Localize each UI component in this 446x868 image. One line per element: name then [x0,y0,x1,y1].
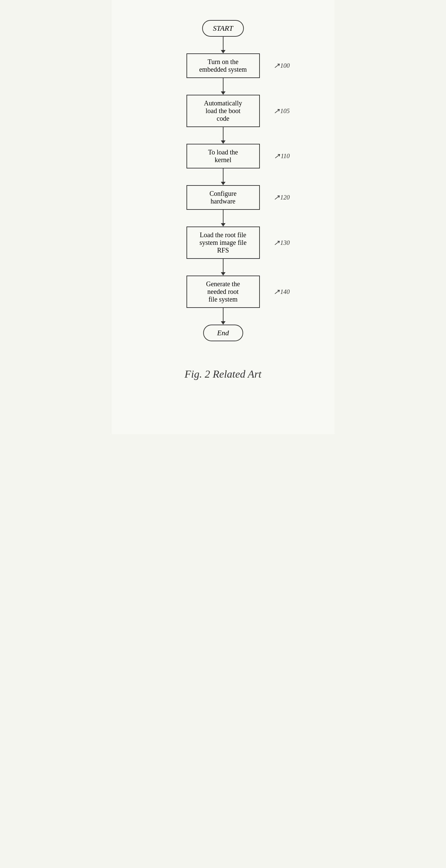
node-110: To load thekernel [187,144,260,168]
node-105: Automaticallyload the bootcode [187,95,260,127]
arrow-4 [221,168,225,185]
node-140-number: 140 [280,288,290,296]
arrow-line-1 [223,37,223,50]
node-105-wrapper: Automaticallyload the bootcode ↗ 105 [187,95,260,127]
arrow-line-5 [223,210,223,223]
arrow-6 [221,259,225,276]
page: START Turn on theembedded system ↗ 100 [112,0,334,434]
node-120-label: ↗ 120 [274,193,290,202]
node-140-wrapper: Generate theneeded rootfile system ↗ 140 [187,276,260,308]
start-node-wrapper: START [202,20,244,37]
arrow-7 [221,308,225,324]
end-node-wrapper: End [203,324,243,341]
arrow-head-7 [221,321,225,324]
node-105-tick: ↗ [274,107,280,116]
node-130: Load the root filesystem image fileRFS [187,226,260,259]
node-140-tick: ↗ [274,287,280,296]
node-130-label: ↗ 130 [274,239,290,247]
arrow-line-2 [223,78,223,91]
arrow-head-5 [221,223,225,226]
node-100-number: 100 [280,62,290,69]
arrow-head-2 [221,91,225,95]
arrow-3 [221,127,225,144]
node-120: Configurehardware [187,185,260,210]
node-100-label: ↗ 100 [274,61,290,70]
node-120-tick: ↗ [274,193,280,202]
arrow-5 [221,210,225,226]
node-105-label: ↗ 105 [274,107,290,116]
node-140: Generate theneeded rootfile system [187,276,260,308]
node-120-text: Configurehardware [210,190,236,205]
node-120-number: 120 [280,194,290,201]
arrow-line-3 [223,127,223,141]
node-120-wrapper: Configurehardware ↗ 120 [187,185,260,210]
arrow-line-7 [223,308,223,321]
node-105-number: 105 [280,107,290,115]
node-130-text: Load the root filesystem image fileRFS [199,231,247,254]
node-110-tick: ↗ [274,152,280,160]
node-100: Turn on theembedded system [187,53,260,78]
node-100-wrapper: Turn on theembedded system ↗ 100 [187,53,260,78]
node-100-text: Turn on theembedded system [199,58,247,73]
node-110-number: 110 [281,152,290,160]
node-140-text: Generate theneeded rootfile system [206,280,240,303]
node-105-text: Automaticallyload the bootcode [204,99,242,122]
arrow-line-6 [223,259,223,272]
arrow-head-1 [221,50,225,53]
node-100-tick: ↗ [274,61,280,70]
start-label: START [213,24,233,32]
end-label: End [217,329,229,337]
node-140-label: ↗ 140 [274,287,290,296]
end-terminal: End [203,324,243,341]
arrow-1 [221,37,225,53]
arrow-2 [221,78,225,95]
start-terminal: START [202,20,244,37]
node-110-label: ↗ 110 [274,152,290,160]
flowchart: START Turn on theembedded system ↗ 100 [187,20,260,341]
arrow-head-3 [221,141,225,144]
node-130-number: 130 [280,239,290,247]
node-110-text: To load thekernel [208,149,238,163]
arrow-head-6 [221,272,225,276]
node-130-tick: ↗ [274,239,280,247]
arrow-head-4 [221,182,225,185]
node-130-wrapper: Load the root filesystem image fileRFS ↗… [187,226,260,259]
arrow-line-4 [223,168,223,182]
node-110-wrapper: To load thekernel ↗ 110 [187,144,260,168]
figure-caption: Fig. 2 Related Art [185,368,261,380]
